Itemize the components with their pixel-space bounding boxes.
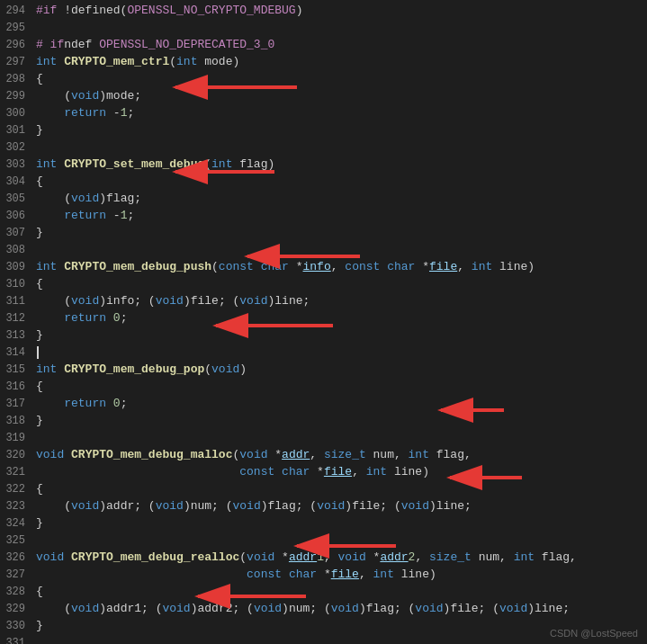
line-content: } <box>32 226 647 239</box>
code-line: 307} <box>0 226 647 243</box>
code-line: 321 const char *file, int line) <box>0 465 647 482</box>
line-number: 327 <box>0 568 32 581</box>
code-line: 325 <box>0 533 647 550</box>
line-number: 295 <box>0 21 32 34</box>
line-content: { <box>32 482 647 496</box>
line-number: 314 <box>0 345 32 359</box>
code-line: 318} <box>0 414 647 431</box>
line-number: 294 <box>0 4 32 17</box>
code-line: 329 (void)addr1; (void)addr2; (void)num;… <box>0 602 647 619</box>
line-content: return 0; <box>32 311 647 325</box>
code-line: 326void CRYPTO_mem_debug_realloc(void *a… <box>0 550 647 568</box>
line-number: 321 <box>0 465 32 479</box>
line-number: 316 <box>0 380 32 393</box>
line-number: 320 <box>0 448 32 461</box>
code-line: 294#if !defined(OPENSSL_NO_CRYPTO_MDEBUG… <box>0 4 647 21</box>
line-content: #if !defined(OPENSSL_NO_CRYPTO_MDEBUG) <box>32 4 647 17</box>
line-content: # ifndef OPENSSL_NO_DEPRECATED_3_0 <box>32 38 647 51</box>
line-number: 297 <box>0 55 32 68</box>
line-content: (void)mode; <box>32 89 647 103</box>
line-number: 315 <box>0 362 32 376</box>
line-content: } <box>32 414 647 427</box>
line-number: 308 <box>0 243 32 256</box>
line-content: { <box>32 380 647 393</box>
line-number: 312 <box>0 311 32 325</box>
line-content: { <box>32 585 647 598</box>
line-number: 326 <box>0 550 32 564</box>
code-line: 308 <box>0 243 647 260</box>
line-number: 318 <box>0 414 32 427</box>
line-content: return 0; <box>32 397 647 410</box>
line-content: return -1; <box>32 106 647 120</box>
line-content: { <box>32 277 647 291</box>
line-content: (void)flag; <box>32 192 647 205</box>
line-number: 301 <box>0 123 32 137</box>
line-number: 309 <box>0 260 32 273</box>
code-line: 309int CRYPTO_mem_debug_push(const char … <box>0 260 647 277</box>
code-line: 328{ <box>0 585 647 602</box>
code-line: 312 return 0; <box>0 311 647 328</box>
line-number: 325 <box>0 533 32 547</box>
code-line: 295 <box>0 21 647 38</box>
line-content: const char *file, int line) <box>32 465 647 479</box>
line-number: 304 <box>0 174 32 188</box>
line-number: 306 <box>0 209 32 222</box>
code-line: 310{ <box>0 277 647 294</box>
line-number: 323 <box>0 499 32 513</box>
code-line: 322{ <box>0 482 647 499</box>
line-number: 298 <box>0 72 32 85</box>
watermark: CSDN @LostSpeed <box>550 628 638 639</box>
line-content: const char *file, int line) <box>32 568 647 581</box>
code-line: 297int CRYPTO_mem_ctrl(int mode) <box>0 55 647 72</box>
line-number: 319 <box>0 431 32 444</box>
line-content: } <box>32 123 647 137</box>
code-line: 305 (void)flag; <box>0 192 647 209</box>
line-content: int CRYPTO_mem_ctrl(int mode) <box>32 55 647 68</box>
line-content: int CRYPTO_mem_debug_pop(void) <box>32 362 647 376</box>
line-number: 322 <box>0 482 32 496</box>
line-number: 313 <box>0 328 32 342</box>
line-content: (void)addr; (void)num; (void)flag; (void… <box>32 499 647 513</box>
line-number: 324 <box>0 516 32 530</box>
line-content: (void)addr1; (void)addr2; (void)num; (vo… <box>32 602 647 615</box>
line-number: 299 <box>0 89 32 103</box>
code-line: 316{ <box>0 380 647 397</box>
line-content: { <box>32 174 647 188</box>
code-line: 298{ <box>0 72 647 89</box>
line-number: 305 <box>0 192 32 205</box>
line-number: 328 <box>0 585 32 598</box>
code-line: 327 const char *file, int line) <box>0 568 647 585</box>
code-line: 313} <box>0 328 647 345</box>
line-content: void CRYPTO_mem_debug_realloc(void *addr… <box>32 550 647 564</box>
line-content: int CRYPTO_set_mem_debug(int flag) <box>32 157 647 171</box>
code-line: 299 (void)mode; <box>0 89 647 106</box>
code-line: 301} <box>0 123 647 140</box>
code-line: 319 <box>0 431 647 448</box>
code-line: 304{ <box>0 174 647 192</box>
line-number: 331 <box>0 636 32 644</box>
line-number: 300 <box>0 106 32 120</box>
code-line: 296# ifndef OPENSSL_NO_DEPRECATED_3_0 <box>0 38 647 55</box>
line-content: { <box>32 72 647 85</box>
line-number: 307 <box>0 226 32 239</box>
code-line: 315int CRYPTO_mem_debug_pop(void) <box>0 362 647 380</box>
code-line: 323 (void)addr; (void)num; (void)flag; (… <box>0 499 647 516</box>
line-number: 311 <box>0 294 32 308</box>
line-content: int CRYPTO_mem_debug_push(const char *in… <box>32 260 647 273</box>
code-line: 314 <box>0 345 647 362</box>
code-line: 311 (void)info; (void)file; (void)line; <box>0 294 647 311</box>
line-number: 330 <box>0 619 32 632</box>
code-line: 306 return -1; <box>0 209 647 226</box>
line-content: (void)info; (void)file; (void)line; <box>32 294 647 308</box>
line-number: 302 <box>0 140 32 154</box>
line-number: 310 <box>0 277 32 291</box>
line-number: 329 <box>0 602 32 615</box>
line-content: } <box>32 516 647 530</box>
line-number: 317 <box>0 397 32 410</box>
line-content: return -1; <box>32 209 647 222</box>
code-line: 302 <box>0 140 647 157</box>
line-content <box>32 345 647 359</box>
code-line: 320void CRYPTO_mem_debug_malloc(void *ad… <box>0 448 647 465</box>
line-content: } <box>32 328 647 342</box>
code-line: 303int CRYPTO_set_mem_debug(int flag) <box>0 157 647 174</box>
